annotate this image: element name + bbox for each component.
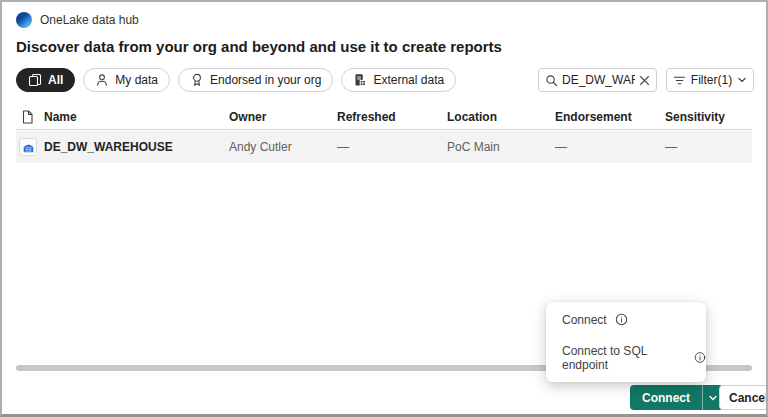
filter-button[interactable]: Filter(1) [666, 68, 754, 92]
column-refreshed[interactable]: Refreshed [337, 110, 447, 124]
row-location: PoC Main [447, 140, 555, 154]
table-header: Name Owner Refreshed Location Endorsemen… [16, 105, 752, 130]
column-owner[interactable]: Owner [229, 110, 337, 124]
chevron-down-icon [708, 393, 718, 403]
stack-icon [28, 73, 42, 87]
pill-my-data-label: My data [115, 73, 158, 87]
search-input[interactable] [562, 73, 635, 87]
menu-item-connect-sql-endpoint[interactable]: Connect to SQL endpoint [562, 344, 706, 372]
connect-split-button: Connect [630, 385, 723, 410]
onelake-logo-icon [16, 12, 32, 28]
pill-endorsed-label: Endorsed in your org [210, 73, 321, 87]
menu-item-connect-sql-endpoint-label: Connect to SQL endpoint [562, 344, 686, 372]
pill-external-data[interactable]: External data [341, 68, 456, 92]
table-row[interactable]: DE_DW_WAREHOUSE Andy Cutler — PoC Main —… [16, 131, 752, 163]
page-title: Discover data from your org and beyond a… [16, 38, 502, 55]
pill-my-data[interactable]: My data [83, 68, 170, 92]
row-sensitivity: — [665, 140, 752, 154]
pill-endorsed[interactable]: Endorsed in your org [178, 68, 333, 92]
row-refreshed: — [337, 140, 447, 154]
menu-item-connect[interactable]: Connect [562, 313, 706, 327]
column-location[interactable]: Location [447, 110, 555, 124]
connect-options-menu: Connect Connect to SQL endpoint [546, 302, 706, 382]
filter-button-label: Filter(1) [691, 73, 732, 87]
menu-item-connect-label: Connect [562, 313, 607, 327]
titlebar: OneLake data hub [16, 12, 139, 28]
external-data-icon [353, 73, 367, 87]
column-endorsement[interactable]: Endorsement [555, 110, 665, 124]
row-name: DE_DW_WAREHOUSE [44, 140, 229, 154]
row-endorsement: — [555, 140, 665, 154]
connect-button[interactable]: Connect [630, 385, 702, 410]
warehouse-icon [19, 138, 37, 156]
search-box [538, 68, 657, 92]
app-title: OneLake data hub [40, 13, 139, 27]
row-owner: Andy Cutler [229, 140, 337, 154]
dismiss-icon [639, 75, 650, 86]
chevron-down-icon [737, 75, 747, 85]
clear-search-button[interactable] [639, 75, 650, 86]
search-icon [545, 74, 558, 87]
pill-all-label: All [48, 73, 63, 87]
ribbon-icon [190, 73, 204, 87]
column-sensitivity[interactable]: Sensitivity [665, 110, 752, 124]
column-name[interactable]: Name [44, 110, 229, 124]
info-icon[interactable] [694, 351, 706, 364]
info-icon[interactable] [615, 313, 628, 326]
filter-icon [673, 74, 686, 87]
document-icon [21, 110, 34, 124]
pill-all[interactable]: All [16, 68, 75, 92]
filter-pill-row: All My data Endorsed in your org [16, 68, 456, 92]
person-icon [95, 73, 109, 87]
onelake-data-hub-dialog: OneLake data hub Discover data from your… [0, 0, 768, 417]
pill-external-data-label: External data [373, 73, 444, 87]
cancel-button[interactable]: Cancel [719, 385, 768, 410]
